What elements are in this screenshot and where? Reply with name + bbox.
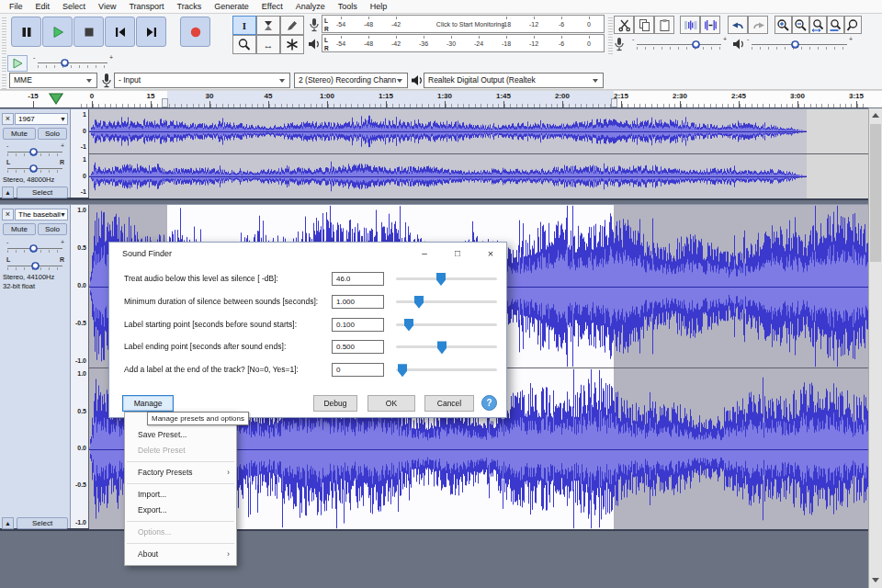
monitor-hint-text[interactable]: Click to Start Monitoring [411,21,530,28]
track-1-solo-button[interactable]: Solo [38,128,67,140]
draw-tool-button[interactable] [280,16,304,35]
track-2-solo-button[interactable]: Solo [38,223,67,235]
track-1-header[interactable]: × 1967▼ Mute Solo - + L R Stereo, 48000H… [0,109,71,198]
manage-button[interactable]: Manage [122,395,174,412]
dialog-row-input[interactable]: 46.0 [332,272,384,286]
zoom-out-button[interactable] [792,16,809,34]
stop-button[interactable] [74,17,104,47]
skip-to-start-button[interactable] [105,17,135,47]
playback-device-select[interactable]: Realtek Digital Output (Realtek [424,73,604,88]
cut-button[interactable] [614,16,634,34]
debug-button[interactable]: Debug [313,395,357,412]
track-1-title-menu[interactable]: 1967▼ [15,113,68,125]
redo-button[interactable] [748,16,768,34]
recording-meter[interactable]: LR-54-48-42-18-12-60Click to Start Monit… [322,15,605,33]
track-2-select-button[interactable]: Select [17,517,68,529]
timeshift-tool-button[interactable]: ↔ [256,35,280,54]
record-button[interactable] [180,17,210,47]
zoom-toggle-button[interactable] [844,16,862,34]
menu-transport[interactable]: Transport [122,0,170,14]
ok-button[interactable]: OK [368,395,415,412]
menu-help[interactable]: Help [364,0,394,14]
scroll-down-button[interactable] [869,573,882,587]
dialog-row-slider[interactable] [396,323,497,326]
dialog-maximize-button[interactable]: □ [444,243,471,265]
fit-selection-button[interactable] [809,16,827,34]
undo-button[interactable] [728,16,748,34]
selection-end-grabber[interactable] [611,98,617,107]
recording-channels-select[interactable]: 2 (Stereo) Recording Chann [294,73,408,88]
playspeed-grip[interactable] [2,56,6,72]
cancel-button[interactable]: Cancel [424,395,474,412]
playback-volume-slider[interactable] [752,44,847,45]
envelope-tool-button[interactable] [256,16,280,35]
paste-button[interactable] [654,16,674,34]
dialog-row-input[interactable]: 0 [332,363,384,377]
menu-item-factory-presets[interactable]: Factory Presets› [125,465,236,481]
dialog-row-input[interactable]: 0.500 [332,340,384,354]
timeline-ruler[interactable]: -1501530451:001:151:301:452:002:152:302:… [0,90,882,107]
track-1-select-button[interactable]: Select [17,187,68,198]
help-button[interactable]: ? [481,395,497,411]
menu-select[interactable]: Select [56,0,92,14]
track-2-collapse-button[interactable]: ▲ [2,517,14,529]
dialog-row-slider[interactable] [396,300,497,303]
menu-edit[interactable]: Edit [29,0,57,14]
dialog-row-slider[interactable] [396,368,497,371]
recording-device-select[interactable]: - Input [114,73,290,88]
play-at-speed-button[interactable] [7,55,28,72]
track-2-title-menu[interactable]: The baseball▼ [15,209,68,220]
menu-item-save-preset[interactable]: Save Preset... [125,427,236,443]
dialog-slider-thumb[interactable] [436,273,446,286]
track-1-channel-2-waveform[interactable] [89,154,868,198]
track-1-channel-1-waveform[interactable] [89,109,868,153]
selection-start-grabber[interactable] [162,98,168,107]
selection-tool-button[interactable]: I [232,16,256,35]
track-2-mute-button[interactable]: Mute [3,223,36,235]
vertical-scrollbar[interactable] [868,108,882,588]
menu-effect[interactable]: Effect [255,0,289,14]
track-2-close-button[interactable]: × [2,209,14,220]
silence-audio-button[interactable] [700,16,720,34]
dialog-row-input[interactable]: 1.000 [332,295,384,309]
copy-button[interactable] [634,16,654,34]
play-speed-slider[interactable] [38,62,107,63]
play-speed-thumb[interactable] [61,59,69,67]
dialog-minimize-button[interactable]: – [411,243,438,265]
dialog-slider-thumb[interactable] [398,364,407,377]
menu-tools[interactable]: Tools [332,0,364,14]
audio-host-select[interactable]: MME [9,73,97,88]
track-1-close-button[interactable]: × [2,113,14,125]
skip-to-end-button[interactable] [136,17,166,47]
dialog-row-input[interactable]: 0.100 [332,318,384,332]
track-2-gain-thumb[interactable] [29,244,38,253]
fit-project-button[interactable] [827,16,844,34]
track-2-pan-thumb[interactable] [31,262,40,270]
scroll-up-button[interactable] [869,108,882,122]
dialog-row-slider[interactable] [396,345,497,348]
pause-button[interactable] [11,17,41,47]
scrollbar-thumb[interactable] [870,124,881,262]
zoom-in-button[interactable] [775,16,792,34]
menu-file[interactable]: File [3,0,29,14]
track-1-collapse-button[interactable]: ▲ [2,187,14,198]
track-1-gain-thumb[interactable] [29,148,38,156]
dialog-row-slider[interactable] [396,277,497,280]
menu-item-about[interactable]: About› [125,547,236,562]
menu-analyze[interactable]: Analyze [289,0,332,14]
menu-item-export[interactable]: Export... [125,503,236,518]
play-button[interactable] [42,17,73,47]
dialog-slider-thumb[interactable] [414,296,424,309]
play-meter-speaker-button[interactable] [307,35,321,53]
zoom-tool-button[interactable] [232,35,256,54]
menu-generate[interactable]: Generate [208,0,255,14]
record-meter-mic-button[interactable] [307,16,321,34]
menu-tracks[interactable]: Tracks [171,0,209,14]
recording-volume-slider[interactable] [637,44,721,45]
dialog-close-button[interactable]: × [477,243,504,265]
edit-toolbar-grip[interactable] [608,16,613,54]
playback-volume-thumb[interactable] [791,40,799,49]
recording-volume-thumb[interactable] [692,40,700,49]
toolbar-grip[interactable] [2,16,6,54]
menu-item-import[interactable]: Import... [125,487,236,503]
